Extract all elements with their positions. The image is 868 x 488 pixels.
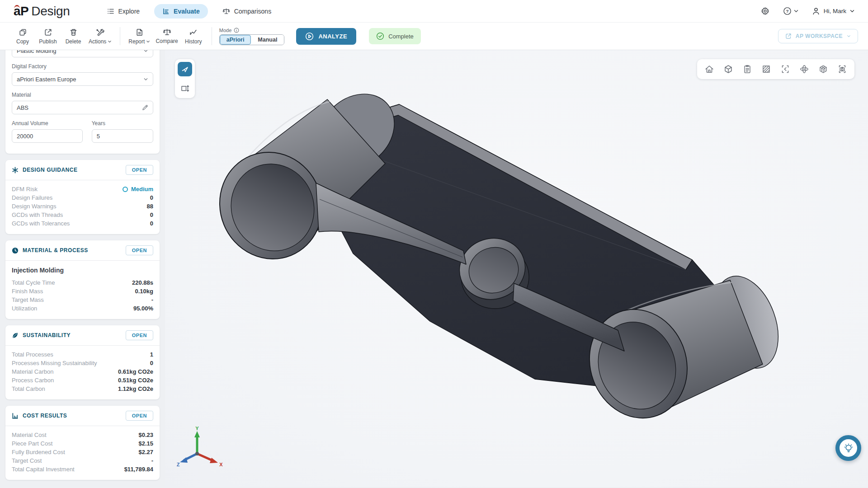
nav-tab-explore[interactable]: Explore: [99, 4, 148, 19]
material-process-panel: MATERIAL & PROCESS OPEN Injection Moldin…: [5, 240, 160, 319]
settings-gear-icon[interactable]: [761, 7, 769, 15]
asterisk-icon: [12, 167, 19, 174]
years-input[interactable]: [92, 129, 153, 143]
orbit-rotate-button[interactable]: [797, 62, 812, 76]
axis-x-label: X: [219, 462, 223, 467]
measure-tool-button[interactable]: [178, 81, 192, 95]
axis-triad: Y X Z: [176, 427, 223, 468]
help-icon: ?: [783, 7, 792, 15]
row-value: 0.61kg CO2e: [118, 367, 153, 376]
section-hatch-icon: [761, 64, 771, 74]
history-button[interactable]: History: [181, 28, 206, 45]
row-label: Fully Burdened Cost: [12, 448, 65, 456]
top-navbar: aP Design Explore Evaluate Comparisons: [0, 0, 868, 22]
row-label: GCDs with Tolerances: [12, 219, 70, 228]
report-menu-button[interactable]: Report: [126, 28, 153, 45]
open-design-guidance-button[interactable]: OPEN: [126, 165, 153, 175]
process-name: Injection Molding: [12, 267, 153, 274]
cost-results-panel: COST RESULTS OPEN Material Cost$0.23 Pie…: [5, 406, 160, 480]
user-menu[interactable]: Hi, Mark: [812, 7, 854, 15]
chevron-down-icon: [850, 9, 854, 13]
actions-label: Actions: [89, 38, 106, 45]
open-cost-results-button[interactable]: OPEN: [126, 411, 153, 421]
select-tool-button[interactable]: [178, 62, 192, 76]
help-menu[interactable]: ?: [783, 7, 798, 15]
delete-button[interactable]: Delete: [61, 28, 86, 45]
nav-tab-comparisons[interactable]: Comparisons: [214, 4, 279, 19]
annual-volume-label: Annual Volume: [12, 120, 83, 127]
user-icon: [812, 7, 820, 15]
nav-label-explore: Explore: [118, 8, 140, 15]
row-label: DFM Risk: [12, 185, 38, 193]
line-chart-icon: [189, 28, 198, 37]
row-label: Total Capital Investment: [12, 465, 75, 474]
process-group-select[interactable]: Plastic Molding: [12, 50, 153, 57]
view-focus-icon: [780, 64, 790, 74]
row-value: $2.27: [138, 448, 153, 456]
actions-menu-button[interactable]: Actions: [86, 28, 114, 45]
trash-icon: [69, 28, 78, 37]
open-sustainability-button[interactable]: OPEN: [126, 330, 153, 340]
scenario-sidebar: Plastic Molding Digital Factory aPriori …: [0, 50, 165, 487]
snapshot-button[interactable]: [835, 62, 850, 76]
exploded-view-button[interactable]: [816, 62, 831, 76]
specifications-button[interactable]: [740, 62, 755, 76]
annual-volume-input[interactable]: [12, 129, 83, 143]
row-value: 0: [150, 219, 153, 228]
mode-option-manual[interactable]: Manual: [251, 35, 284, 45]
axis-y-label: Y: [195, 427, 199, 431]
nav-tab-evaluate[interactable]: Evaluate: [154, 4, 208, 19]
chevron-down-icon: [146, 40, 150, 43]
leaf-icon: [12, 332, 19, 339]
3d-model-canvas[interactable]: [218, 87, 784, 436]
digital-factory-select[interactable]: aPriori Eastern Europe: [12, 72, 153, 86]
isometric-view-button[interactable]: [721, 62, 736, 76]
zoom-to-selection-button[interactable]: [778, 62, 793, 76]
measure-icon: [180, 84, 189, 93]
home-view-button[interactable]: [702, 62, 717, 76]
row-label: Utilization: [12, 304, 37, 313]
main-content: Plastic Molding Digital Factory aPriori …: [0, 50, 868, 487]
report-label: Report: [128, 38, 145, 45]
viewport-tool-palette: [175, 59, 195, 98]
scenario-inputs-card: Plastic Molding Digital Factory aPriori …: [5, 50, 160, 154]
risk-level-icon: [123, 187, 128, 192]
navbar-right: ? Hi, Mark: [761, 7, 854, 15]
ap-workspace-button[interactable]: AP WORKSPACE: [778, 29, 858, 43]
row-label: GCDs with Threads: [12, 211, 63, 219]
tips-fab-button[interactable]: [835, 435, 861, 461]
status-label: Complete: [388, 33, 414, 40]
document-icon: [135, 28, 144, 37]
row-value: -: [151, 296, 153, 304]
analyze-button[interactable]: ANALYZE: [296, 28, 356, 45]
status-badge: Complete: [369, 28, 421, 44]
nav-label-comparisons: Comparisons: [234, 8, 271, 15]
lightbulb-icon: [844, 443, 854, 453]
row-label: Target Cost: [12, 456, 42, 465]
chevron-down-icon: [143, 50, 148, 52]
toolbar-divider: [120, 27, 120, 45]
copy-button[interactable]: Copy: [10, 28, 35, 45]
open-material-process-button[interactable]: OPEN: [126, 245, 153, 255]
row-label: Total Cycle Time: [12, 278, 55, 287]
home-icon: [704, 64, 714, 74]
row-value: $2.15: [138, 439, 153, 448]
mode-option-apriori[interactable]: aPriori: [220, 35, 251, 45]
chevron-down-icon: [108, 40, 112, 43]
copy-icon: [19, 28, 27, 37]
row-value: -: [151, 456, 153, 465]
material-value: ABS: [17, 104, 28, 111]
section-view-button[interactable]: [759, 62, 774, 76]
publish-label: Publish: [39, 38, 57, 45]
scale-icon: [222, 8, 230, 15]
compare-button[interactable]: Compare: [153, 28, 180, 44]
material-field[interactable]: ABS: [12, 101, 153, 114]
row-value: 0.51kg CO2e: [118, 376, 153, 385]
cursor-icon: [181, 65, 189, 73]
publish-button[interactable]: Publish: [35, 28, 61, 45]
toolbar-divider: [212, 27, 212, 45]
edit-pencil-icon[interactable]: [142, 104, 148, 111]
row-label: Material Cost: [12, 431, 47, 439]
analyze-label: ANALYZE: [318, 33, 347, 40]
copy-label: Copy: [16, 38, 29, 45]
